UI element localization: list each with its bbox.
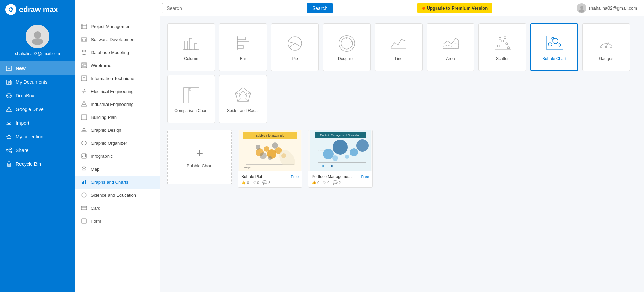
- sub-nav-map[interactable]: Map: [75, 163, 160, 176]
- new-icon: [5, 65, 12, 72]
- svg-line-77: [289, 43, 295, 48]
- svg-rect-36: [82, 66, 86, 67]
- bubble-plot-comments: 💬 3: [262, 180, 270, 185]
- chart-card-comparison[interactable]: Comparison Chart: [167, 75, 215, 123]
- svg-rect-110: [189, 88, 191, 90]
- plus-icon: +: [196, 146, 203, 161]
- sub-nav-label-card: Card: [91, 206, 100, 211]
- app-logo: edraw max: [0, 0, 75, 19]
- chart-card-scatter[interactable]: Scatter: [478, 23, 526, 71]
- sub-nav-project-management[interactable]: Project Management: [75, 20, 160, 33]
- sub-nav-industrial-engineering[interactable]: Industrial Engineering: [75, 98, 160, 111]
- upgrade-button[interactable]: Upgrade to Premium Version: [417, 3, 492, 13]
- column-chart-icon: [181, 33, 201, 54]
- sub-nav-database-modeling[interactable]: Database Modeling: [75, 46, 160, 59]
- dropbox-icon: [5, 92, 12, 99]
- svg-point-47: [84, 130, 85, 131]
- nav-item-share[interactable]: Share: [0, 143, 75, 157]
- svg-point-38: [83, 77, 85, 78]
- svg-point-127: [256, 145, 260, 150]
- comparison-chart-icon: [181, 85, 201, 106]
- chart-card-label-area: Area: [446, 56, 455, 61]
- chart-card-spider-radar[interactable]: Spider and Radar: [219, 75, 267, 123]
- sub-nav-label-industrial-engineering: Industrial Engineering: [91, 102, 134, 107]
- template-card-new[interactable]: + Bubble Chart: [167, 130, 232, 184]
- svg-rect-41: [83, 103, 85, 105]
- nav-item-import[interactable]: Import: [0, 116, 75, 130]
- sub-nav-building-plan[interactable]: Building Plan: [75, 111, 160, 124]
- left-nav: New My Documents DropBox: [0, 61, 75, 292]
- sub-nav-form[interactable]: Form: [75, 214, 160, 227]
- sub-nav-label-electrical-engineering: Electrical Engineering: [91, 89, 134, 94]
- sub-nav-graphs-and-charts[interactable]: Graphs and Charts: [75, 176, 160, 189]
- thumb-icon: 👍: [312, 180, 316, 185]
- chart-card-doughnut[interactable]: Doughnut: [323, 23, 371, 71]
- sub-nav-software-development[interactable]: Software Development: [75, 33, 160, 46]
- svg-line-101: [606, 42, 609, 47]
- svg-point-24: [579, 9, 584, 13]
- sub-nav-label-form: Form: [91, 219, 101, 224]
- nav-item-my-documents[interactable]: My Documents: [0, 75, 75, 89]
- svg-rect-72: [237, 46, 243, 48]
- sub-nav-card[interactable]: Card: [75, 201, 160, 214]
- svg-point-146: [322, 165, 324, 167]
- chart-card-label-doughnut: Doughnut: [338, 56, 356, 61]
- bubble-plot-badge: Free: [291, 175, 299, 179]
- svg-rect-67: [189, 38, 192, 50]
- bubble-plot-thumbnail: Bubble Plot Example: [238, 130, 302, 171]
- chart-card-label-gauges: Gauges: [599, 56, 613, 61]
- svg-point-14: [10, 148, 12, 150]
- user-profile-section: shahalina02@gmail.com: [0, 19, 75, 61]
- svg-text:Portfolio Management Simulatio: Portfolio Management Simulation: [320, 134, 360, 137]
- thumb-icon: 👍: [241, 180, 246, 185]
- sub-nav-graphic-design[interactable]: Graphic Design: [75, 124, 160, 137]
- sub-nav-wireframe[interactable]: Wireframe: [75, 59, 160, 72]
- svg-point-1: [32, 38, 43, 45]
- nav-item-recycle-bin[interactable]: Recycle Bin: [0, 157, 75, 171]
- nav-item-dropbox[interactable]: DropBox: [0, 89, 75, 102]
- svg-point-147: [331, 165, 333, 167]
- svg-point-30: [85, 39, 86, 41]
- svg-point-16: [10, 151, 12, 153]
- template-card-portfolio-management[interactable]: Portfolio Management Simulation: [308, 130, 373, 188]
- app-name: edraw max: [19, 5, 58, 14]
- user-account[interactable]: shahalina02@gmail.com: [577, 3, 637, 13]
- chart-card-area[interactable]: Area: [427, 23, 474, 71]
- svg-point-130: [272, 142, 278, 149]
- sub-nav-information-technique[interactable]: Information Technique: [75, 72, 160, 85]
- template-new-label: Bubble Chart: [187, 163, 213, 168]
- svg-point-143: [332, 155, 338, 161]
- svg-point-144: [345, 155, 349, 159]
- nav-item-new[interactable]: New: [0, 61, 75, 75]
- svg-line-115: [243, 95, 248, 101]
- nav-item-google-drive[interactable]: Google Drive: [0, 102, 75, 116]
- template-card-bubble-plot[interactable]: Bubble Plot Example: [238, 130, 302, 188]
- portfolio-management-badge: Free: [361, 175, 369, 179]
- doughnut-chart-icon: [337, 33, 357, 54]
- topbar: Search Upgrade to Premium Version shahal…: [75, 0, 644, 16]
- sub-nav-graphic-organizer[interactable]: Graphic Organizer: [75, 137, 160, 150]
- chart-card-pie[interactable]: Pie: [271, 23, 319, 71]
- svg-point-90: [507, 47, 510, 49]
- sub-nav-electrical-engineering[interactable]: Electrical Engineering: [75, 85, 160, 98]
- svg-rect-35: [84, 64, 86, 64]
- svg-point-140: [333, 140, 348, 155]
- project-management-icon: [81, 23, 87, 30]
- chart-card-gauges[interactable]: Gauges: [582, 23, 630, 71]
- bubble-chart-icon: [544, 33, 564, 54]
- search-button[interactable]: Search: [307, 3, 333, 13]
- nav-item-my-collection[interactable]: My collection: [0, 130, 75, 143]
- line-chart-icon: [388, 33, 409, 54]
- sub-nav-science-and-education[interactable]: Science and Education: [75, 189, 160, 201]
- search-input[interactable]: [162, 3, 307, 13]
- avatar: [26, 25, 49, 48]
- sub-nav-infographic[interactable]: Infographic: [75, 150, 160, 163]
- sub-nav-label-map: Map: [91, 167, 99, 172]
- graphic-organizer-icon: [81, 140, 87, 147]
- chart-card-line[interactable]: Line: [375, 23, 423, 71]
- user-email-display: shahalina02@gmail.com: [15, 51, 60, 56]
- svg-point-15: [6, 150, 8, 151]
- chart-card-bubble[interactable]: Bubble Chart: [530, 23, 578, 71]
- chart-card-bar[interactable]: Bar: [219, 23, 267, 71]
- chart-card-column[interactable]: Column: [167, 23, 215, 71]
